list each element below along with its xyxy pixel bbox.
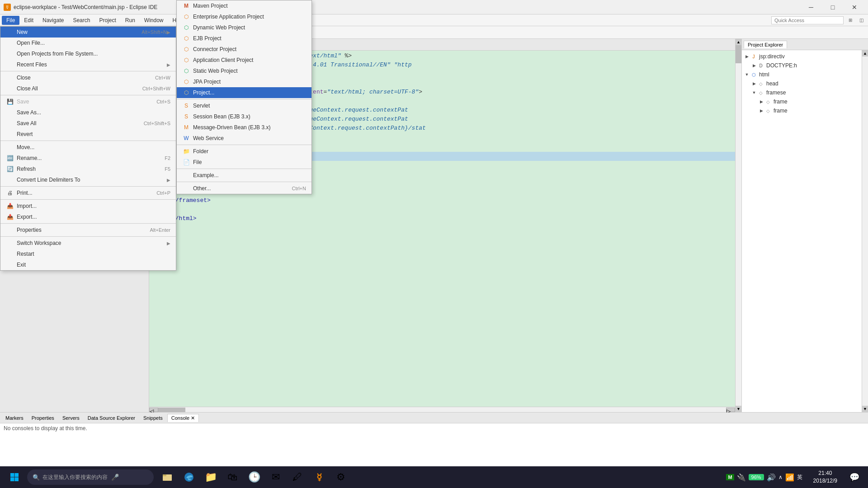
tree-arrow[interactable]: ▶	[751, 62, 757, 69]
new-example[interactable]: Example...	[177, 170, 311, 181]
taskbar-file-explorer[interactable]	[157, 467, 177, 487]
taskbar-clock[interactable]: 🕒	[244, 467, 264, 487]
tree-item[interactable]: ▶ J jsp:directiv	[744, 52, 860, 61]
new-static-web[interactable]: ⬡ Static Web Project	[177, 66, 311, 76]
menu-import[interactable]: 📥 Import...	[0, 201, 176, 211]
new-project[interactable]: ⬡ Project...	[177, 87, 311, 98]
new-connector[interactable]: ⬡ Connector Project	[177, 44, 311, 55]
new-ejb[interactable]: ⬡ EJB Project	[177, 33, 311, 44]
close-button[interactable]: ✕	[844, 0, 864, 14]
new-app-client[interactable]: ⬡ Application Client Project	[177, 55, 311, 66]
pvscroll-down[interactable]: ▼	[862, 406, 868, 412]
menu-move[interactable]: Move...	[0, 142, 176, 153]
chevron-icon[interactable]: ∧	[778, 474, 783, 480]
tree-item[interactable]: ▶ ◇ frame	[744, 106, 860, 115]
taskbar-eclipse[interactable]: ☿	[309, 467, 329, 487]
menu-window[interactable]: Window	[140, 16, 168, 25]
tree-arrow-frame1[interactable]: ▶	[758, 99, 764, 105]
taskbar-app6[interactable]: 🖊	[288, 467, 307, 487]
taskbar-folder[interactable]: 📁	[201, 467, 221, 487]
menu-file[interactable]: File	[2, 16, 19, 25]
scroll-left[interactable]: ◁	[149, 408, 158, 412]
scroll-right[interactable]: ▷	[726, 408, 735, 412]
tab-markers[interactable]: Markers	[2, 414, 27, 422]
minimize-button[interactable]: ─	[801, 0, 821, 14]
menu-properties[interactable]: Properties Alt+Enter	[0, 225, 176, 235]
menu-save[interactable]: 💾 Save Ctrl+S	[0, 96, 176, 107]
tab-snippets[interactable]: Snippets	[140, 414, 166, 422]
tree-item[interactable]: ▼ ⬡ html	[744, 70, 860, 79]
vscroll-up[interactable]: ▲	[736, 39, 741, 45]
tree-item[interactable]: ▶ D DOCTYPE:h	[744, 61, 860, 70]
scroll-track[interactable]	[158, 408, 726, 412]
panel-vscroll[interactable]: ▲ ▼	[862, 50, 868, 412]
new-session-bean[interactable]: S Session Bean (EJB 3.x)	[177, 111, 311, 122]
editor-vscroll[interactable]: ▲ ▼	[735, 39, 741, 412]
taskbar-settings[interactable]: ⚙	[331, 467, 351, 487]
pvscroll-track[interactable]	[862, 56, 868, 406]
start-button[interactable]	[4, 466, 25, 488]
menu-project[interactable]: Project	[94, 16, 120, 25]
tree-arrow-expand2[interactable]: ▼	[744, 71, 750, 78]
menu-rename[interactable]: 🔤 Rename... F2	[0, 153, 176, 164]
menu-print[interactable]: 🖨 Print... Ctrl+P	[0, 188, 176, 198]
taskbar-store[interactable]: 🛍	[222, 467, 242, 487]
menu-edit[interactable]: Edit	[19, 16, 38, 25]
menu-restart[interactable]: Restart	[0, 249, 176, 259]
new-jpa[interactable]: ⬡ JPA Project	[177, 76, 311, 87]
menu-close[interactable]: Close Ctrl+W	[0, 72, 176, 83]
menu-save-all[interactable]: Save All Ctrl+Shift+S	[0, 118, 176, 129]
menu-run[interactable]: Run	[121, 16, 140, 25]
new-mdb[interactable]: M Message-Driven Bean (EJB 3.x)	[177, 122, 311, 133]
maximize-button[interactable]: □	[823, 0, 843, 14]
quick-access-input[interactable]	[771, 16, 844, 24]
new-web-service[interactable]: W Web Service	[177, 133, 311, 144]
panel-tab-explorer[interactable]: Project Explorer	[744, 41, 787, 48]
toolbar-view-btn[interactable]: ⊞	[845, 15, 855, 25]
tree-arrow-head[interactable]: ▶	[751, 80, 757, 87]
editor-hscroll[interactable]: ◁ ▷	[149, 407, 735, 412]
menu-new[interactable]: New Alt+Shift+N ▶	[0, 27, 176, 38]
menu-close-all[interactable]: Close All Ctrl+Shift+W	[0, 83, 176, 94]
toolbar-layout-btn[interactable]: ◫	[856, 15, 866, 25]
new-folder[interactable]: 📁 Folder	[177, 146, 311, 157]
pvscroll-up[interactable]: ▲	[862, 50, 868, 56]
menu-revert[interactable]: Revert	[0, 129, 176, 140]
scroll-thumb[interactable]	[158, 408, 185, 412]
new-enterprise[interactable]: ⬡ Enterprise Application Project	[177, 11, 311, 22]
menu-export[interactable]: 📤 Export...	[0, 211, 176, 222]
new-file[interactable]: 📄 File	[177, 157, 311, 168]
menu-recent-files[interactable]: Recent Files ▶	[0, 59, 176, 70]
tree-item[interactable]: ▶ ◇ head	[744, 79, 860, 88]
menu-exit[interactable]: Exit	[0, 259, 176, 270]
tab-properties[interactable]: Properties	[28, 414, 58, 422]
tab-datasource[interactable]: Data Source Explorer	[84, 414, 139, 422]
menu-open-projects[interactable]: Open Projects from File System...	[0, 48, 176, 59]
search-bar[interactable]: 🔍 在这里输入你要搜索的内容 🎤	[27, 469, 154, 485]
menu-search[interactable]: Search	[68, 16, 94, 25]
tree-arrow-frameset[interactable]: ▼	[751, 89, 757, 96]
new-other[interactable]: Other... Ctrl+N	[177, 183, 311, 194]
menu-convert[interactable]: Convert Line Delimiters To ▶	[0, 174, 176, 185]
clock[interactable]: 21:40 2018/12/9	[810, 469, 841, 485]
tab-console[interactable]: Console ✕	[167, 414, 199, 422]
tab-servers[interactable]: Servers	[59, 414, 83, 422]
vscroll-track[interactable]	[736, 45, 741, 406]
new-dynamic-web[interactable]: ⬡ Dynamic Web Project	[177, 22, 311, 33]
taskbar-mail[interactable]: ✉	[266, 467, 286, 487]
tree-arrow-frame2[interactable]: ▶	[758, 108, 764, 114]
vscroll-down[interactable]: ▼	[736, 406, 741, 412]
tree-item[interactable]: ▼ ◇ framese	[744, 88, 860, 97]
menu-switch-workspace[interactable]: Switch Workspace ▶	[0, 238, 176, 249]
vscroll-thumb[interactable]	[736, 45, 741, 63]
tree-item[interactable]: ▶ ◇ frame	[744, 97, 860, 106]
menu-open-file[interactable]: Open File...	[0, 38, 176, 48]
notification-button[interactable]: 💬	[844, 467, 864, 487]
menu-save-as[interactable]: Save As...	[0, 107, 176, 118]
taskbar-edge[interactable]	[179, 467, 199, 487]
tree-arrow-expand[interactable]: ▶	[744, 53, 750, 60]
menu-navigate[interactable]: Navigate	[38, 16, 68, 25]
new-servlet[interactable]: S Servlet	[177, 100, 311, 111]
new-maven[interactable]: M Maven Project	[177, 0, 311, 11]
menu-refresh[interactable]: 🔄 Refresh F5	[0, 164, 176, 174]
